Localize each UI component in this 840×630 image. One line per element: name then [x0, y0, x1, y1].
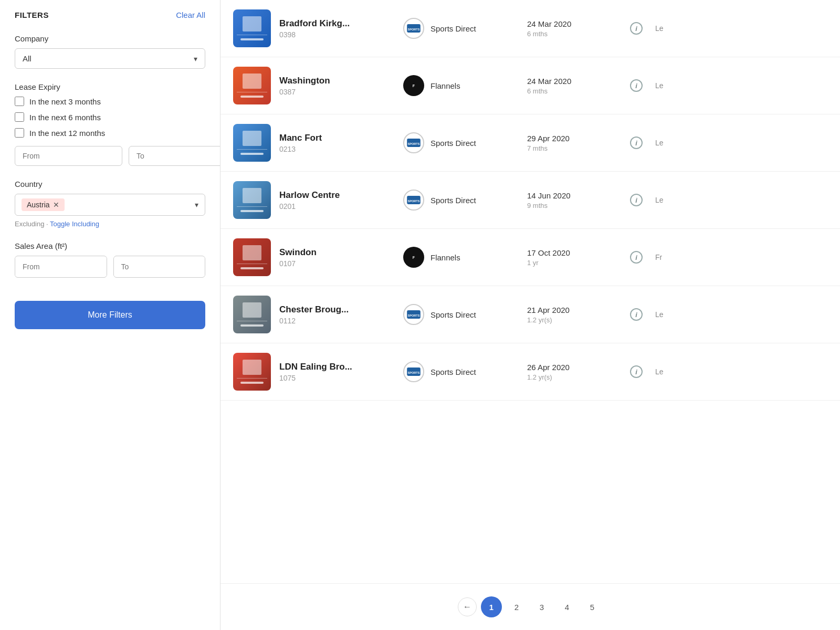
- company-logo: SPORTS: [403, 132, 424, 153]
- store-thumbnail: [233, 181, 271, 219]
- lease-date: 14 Jun 2020: [527, 191, 622, 200]
- filters-panel: FILTERS Clear All Company All Sports Dir…: [0, 0, 220, 630]
- company-info: SPORTS Sports Direct: [403, 132, 519, 153]
- pagination-page-5-button[interactable]: 5: [582, 596, 603, 617]
- checkbox-12months[interactable]: In the next 12 months: [15, 128, 205, 138]
- pagination-page-2-button[interactable]: 2: [506, 596, 527, 617]
- company-info: FFlannels: [403, 75, 519, 96]
- country-label: Country: [15, 180, 205, 188]
- company-logo: SPORTS: [403, 18, 424, 39]
- pagination-page-4-button[interactable]: 4: [556, 596, 578, 617]
- info-icon[interactable]: i: [630, 194, 643, 206]
- company-info: SPORTS Sports Direct: [403, 304, 519, 325]
- info-icon[interactable]: i: [630, 79, 643, 92]
- checkbox-6months[interactable]: In the next 6 months: [15, 112, 205, 122]
- results-list: Bradford Kirkg...0398 SPORTS Sports Dire…: [220, 0, 840, 583]
- result-row[interactable]: Swindon0107FFlannels17 Oct 20201 yriFr: [220, 229, 840, 286]
- country-tag-label: Austria: [27, 201, 50, 209]
- filters-title: FILTERS: [15, 10, 49, 19]
- company-select-wrapper[interactable]: All Sports Direct Flannels ▾: [15, 48, 205, 69]
- store-thumbnail: [233, 67, 271, 104]
- store-thumbnail: [233, 296, 271, 333]
- toggle-including-row: Excluding · Toggle Including: [15, 220, 205, 228]
- checkbox-12months-input[interactable]: [15, 128, 24, 138]
- sales-area-label: Sales Area (ft²): [15, 242, 205, 250]
- info-icon[interactable]: i: [630, 365, 643, 378]
- sales-to-input[interactable]: [114, 257, 206, 276]
- store-thumbnail: [233, 353, 271, 391]
- sales-from-input[interactable]: [15, 257, 107, 276]
- sales-area-section: Sales Area (ft²) ▲ ▼ ▲ ▼: [15, 242, 205, 278]
- lease-duration: 6 mths: [527, 87, 622, 95]
- lease-info: 17 Oct 20201 yr: [527, 248, 622, 267]
- company-logo: SPORTS: [403, 304, 424, 325]
- lease-date: 29 Apr 2020: [527, 134, 622, 143]
- checkbox-3months-input[interactable]: [15, 97, 24, 106]
- clear-all-button[interactable]: Clear All: [176, 10, 205, 19]
- store-code: 0107: [279, 259, 395, 268]
- store-name: LDN Ealing Bro...: [279, 362, 395, 372]
- result-row[interactable]: Washington0387FFlannels24 Mar 20206 mths…: [220, 57, 840, 114]
- svg-text:SPORTS: SPORTS: [407, 28, 419, 31]
- lease-duration: 7 mths: [527, 144, 622, 152]
- company-chevron-icon: ▾: [194, 55, 197, 63]
- pagination-prev-button[interactable]: ←: [458, 597, 477, 616]
- result-row[interactable]: Chester Broug...0112 SPORTS Sports Direc…: [220, 286, 840, 343]
- company-name: Sports Direct: [430, 368, 476, 376]
- company-info: SPORTS Sports Direct: [403, 190, 519, 211]
- company-info: SPORTS Sports Direct: [403, 361, 519, 382]
- company-name: Sports Direct: [430, 310, 476, 319]
- lease-info: 29 Apr 20207 mths: [527, 134, 622, 152]
- toggle-including-link[interactable]: Toggle Including: [50, 220, 99, 228]
- svg-text:SPORTS: SPORTS: [407, 200, 419, 203]
- result-row[interactable]: Manc Fort0213 SPORTS Sports Direct29 Apr…: [220, 114, 840, 172]
- company-name: Sports Direct: [430, 196, 476, 205]
- store-thumbnail: [233, 9, 271, 47]
- pagination-page-3-button[interactable]: 3: [531, 596, 552, 617]
- checkbox-3months[interactable]: In the next 3 months: [15, 97, 205, 106]
- result-row[interactable]: Bradford Kirkg...0398 SPORTS Sports Dire…: [220, 0, 840, 57]
- lease-to-input[interactable]: [129, 146, 220, 166]
- store-info: Chester Broug...0112: [279, 304, 395, 325]
- lease-date: 26 Apr 2020: [527, 363, 622, 372]
- store-code: 0201: [279, 202, 395, 211]
- country-select-wrapper[interactable]: Austria ✕ ▾: [15, 194, 205, 216]
- info-icon[interactable]: i: [630, 308, 643, 321]
- company-logo: F: [403, 75, 424, 96]
- store-name: Harlow Centre: [279, 190, 395, 201]
- store-name: Manc Fort: [279, 133, 395, 143]
- lease-info: 26 Apr 20201.2 yr(s): [527, 363, 622, 381]
- excluding-text: Excluding: [15, 220, 44, 228]
- lease-duration: 1.2 yr(s): [527, 316, 622, 324]
- svg-text:SPORTS: SPORTS: [407, 371, 419, 374]
- store-info: Harlow Centre0201: [279, 190, 395, 211]
- lease-date: 24 Mar 2020: [527, 19, 622, 28]
- lease-from-input[interactable]: [15, 146, 122, 166]
- more-filters-button[interactable]: More Filters: [15, 301, 205, 329]
- checkbox-12months-label: In the next 12 months: [29, 129, 105, 138]
- company-select[interactable]: All Sports Direct Flannels: [23, 54, 194, 63]
- store-code: 0398: [279, 30, 395, 39]
- lease-date-range-row: [15, 146, 205, 166]
- checkbox-6months-input[interactable]: [15, 112, 24, 122]
- company-info: SPORTS Sports Direct: [403, 18, 519, 39]
- company-name: Sports Direct: [430, 139, 476, 148]
- toggle-separator: ·: [46, 220, 50, 228]
- company-logo: SPORTS: [403, 190, 424, 211]
- lease-duration: 1.2 yr(s): [527, 373, 622, 381]
- pagination-page-1-button[interactable]: 1: [481, 596, 502, 617]
- country-tag-close-icon[interactable]: ✕: [53, 201, 59, 208]
- lease-info: 24 Mar 20206 mths: [527, 77, 622, 95]
- company-info: FFlannels: [403, 247, 519, 268]
- lease-date: 24 Mar 2020: [527, 77, 622, 86]
- store-name: Bradford Kirkg...: [279, 18, 395, 29]
- info-icon[interactable]: i: [630, 136, 643, 149]
- store-info: LDN Ealing Bro...1075: [279, 362, 395, 382]
- lease-date: 17 Oct 2020: [527, 248, 622, 257]
- info-icon[interactable]: i: [630, 251, 643, 264]
- main-content: Bradford Kirkg...0398 SPORTS Sports Dire…: [220, 0, 840, 630]
- result-row[interactable]: Harlow Centre0201 SPORTS Sports Direct14…: [220, 172, 840, 229]
- result-row[interactable]: LDN Ealing Bro...1075 SPORTS Sports Dire…: [220, 343, 840, 401]
- store-name: Chester Broug...: [279, 304, 395, 315]
- info-icon[interactable]: i: [630, 22, 643, 35]
